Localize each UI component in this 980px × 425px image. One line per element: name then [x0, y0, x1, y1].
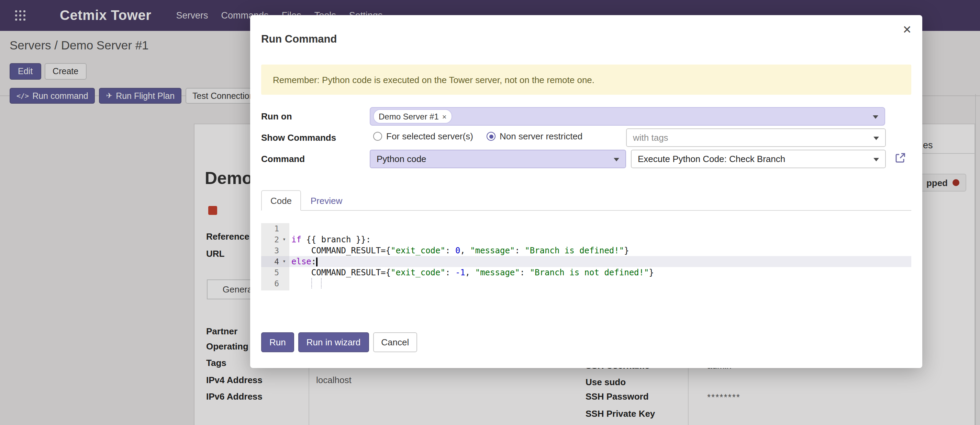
close-icon[interactable]: ×	[903, 21, 911, 38]
gutter-line: 4▾	[261, 256, 290, 267]
with-tags-select[interactable]: with tags	[626, 128, 886, 147]
command-type-select[interactable]: Python code	[370, 150, 626, 168]
gutter-line: 3	[261, 245, 290, 256]
code-editor[interactable]: 12▾34▾56 if {{ branch }}: COMMAND_RESULT…	[261, 223, 911, 290]
tabs-underline	[261, 210, 911, 211]
chevron-down-icon	[614, 158, 619, 161]
chevron-down-icon	[873, 115, 878, 119]
radio-label: Non server restricted	[500, 131, 582, 141]
fold-arrow-icon[interactable]: ▾	[279, 256, 290, 267]
command-select[interactable]: Execute Python Code: Check Branch	[631, 150, 886, 168]
indent-guide	[311, 278, 312, 289]
fold-spacer	[279, 278, 290, 289]
indent-guide	[321, 278, 321, 289]
code-line	[290, 223, 911, 234]
fold-spacer	[279, 223, 290, 234]
radio-label: For selected server(s)	[386, 131, 473, 141]
radio-icon	[373, 132, 382, 141]
modal-footer: Run Run in wizard Cancel	[261, 332, 417, 352]
command-value: Execute Python Code: Check Branch	[638, 154, 785, 164]
radio-for-selected-servers[interactable]: For selected server(s)	[373, 131, 473, 141]
fold-spacer	[279, 245, 290, 256]
run-button[interactable]: Run	[261, 332, 294, 352]
cancel-button[interactable]: Cancel	[373, 332, 417, 352]
show-commands-label: Show Commands	[261, 133, 336, 143]
server-tag-chip: Demo Server #1 ×	[373, 109, 452, 124]
code-line: if {{ branch }}:	[290, 234, 911, 245]
gutter-line: 2▾	[261, 234, 290, 245]
gutter-line: 1	[261, 223, 290, 234]
editor-gutter: 12▾34▾56	[261, 223, 290, 290]
code-line: else:	[290, 256, 911, 267]
tab-code[interactable]: Code	[261, 190, 301, 211]
run-in-wizard-button[interactable]: Run in wizard	[298, 332, 369, 352]
code-line: COMMAND_RESULT={"exit_code": -1, "messag…	[290, 267, 911, 278]
code-line	[290, 278, 911, 289]
editor-code: if {{ branch }}: COMMAND_RESULT={"exit_c…	[290, 223, 911, 289]
command-type-value: Python code	[377, 154, 426, 164]
text-cursor	[316, 257, 317, 266]
modal-title: Run Command	[261, 33, 337, 45]
python-warning-alert: Remember: Python code is executed on the…	[261, 65, 911, 95]
radio-non-server-restricted[interactable]: Non server restricted	[487, 131, 582, 141]
server-tag-label: Demo Server #1	[379, 111, 439, 121]
fold-spacer	[279, 267, 290, 278]
command-label: Command	[261, 154, 305, 164]
gutter-line: 5	[261, 267, 290, 278]
remove-tag-icon[interactable]: ×	[442, 112, 447, 121]
fold-arrow-icon[interactable]: ▾	[279, 234, 290, 245]
code-line: COMMAND_RESULT={"exit_code": 0, "message…	[290, 245, 911, 256]
run-on-select[interactable]: Demo Server #1 ×	[370, 107, 885, 126]
run-command-modal: Run Command × Remember: Python code is e…	[250, 15, 922, 368]
external-link-icon[interactable]	[895, 152, 906, 163]
radio-icon	[487, 132, 495, 141]
app: Cetmix Tower ServersCommandsFilesToolsSe…	[0, 0, 980, 425]
gutter-line: 6	[261, 278, 290, 289]
tab-preview[interactable]: Preview	[307, 190, 346, 211]
chevron-down-icon	[873, 158, 879, 161]
chevron-down-icon	[873, 136, 879, 140]
run-on-label: Run on	[261, 111, 292, 122]
with-tags-placeholder: with tags	[633, 133, 668, 143]
